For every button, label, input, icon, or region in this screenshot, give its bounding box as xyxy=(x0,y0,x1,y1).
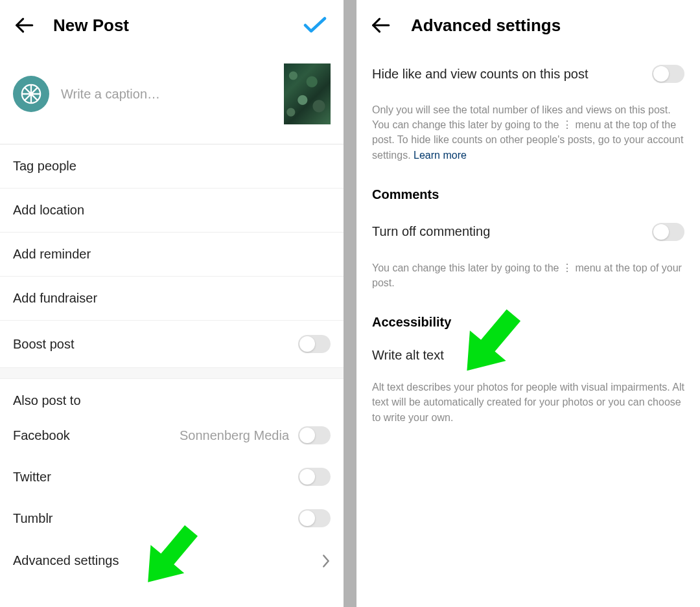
page-title: New Post xyxy=(53,16,285,36)
tag-people-row[interactable]: Tag people xyxy=(0,144,344,189)
caption-row: Write a caption… xyxy=(0,51,344,144)
write-alt-text-description: Alt text describes your photos for peopl… xyxy=(356,374,700,437)
facebook-label: Facebook xyxy=(13,428,70,443)
facebook-toggle[interactable] xyxy=(298,426,331,444)
new-post-screen: New Post Write a caption… Tag people Add… xyxy=(0,0,344,607)
facebook-account: Sonnenberg Media xyxy=(180,428,289,443)
tumblr-toggle[interactable] xyxy=(298,509,331,527)
comments-section-title: Comments xyxy=(356,174,700,209)
hide-counts-description: Only you will see the total number of li… xyxy=(356,97,700,174)
learn-more-link[interactable]: Learn more xyxy=(414,150,467,161)
boost-post-toggle[interactable] xyxy=(298,335,331,353)
add-location-label: Add location xyxy=(13,203,84,218)
add-reminder-label: Add reminder xyxy=(13,247,91,262)
boost-post-row[interactable]: Boost post xyxy=(0,321,344,367)
chevron-right-icon xyxy=(321,554,331,568)
header: Advanced settings xyxy=(356,0,700,51)
share-facebook-row: Facebook Sonnenberg Media xyxy=(0,415,344,456)
caption-input[interactable]: Write a caption… xyxy=(61,87,272,102)
tumblr-label: Tumblr xyxy=(13,511,52,526)
header: New Post xyxy=(0,0,344,51)
share-tumblr-row: Tumblr xyxy=(0,498,344,539)
also-post-to-label: Also post to xyxy=(0,379,344,415)
add-reminder-row[interactable]: Add reminder xyxy=(0,233,344,277)
turn-off-commenting-label: Turn off commenting xyxy=(372,224,490,239)
accessibility-section-title: Accessibility xyxy=(356,302,700,336)
page-title: Advanced settings xyxy=(411,16,561,36)
hide-counts-toggle[interactable] xyxy=(652,65,684,83)
hide-counts-label: Hide like and view counts on this post xyxy=(372,67,589,82)
advanced-settings-label: Advanced settings xyxy=(13,553,119,568)
turn-off-commenting-row: Turn off commenting xyxy=(356,209,700,255)
write-alt-text-label: Write alt text xyxy=(372,348,444,363)
post-thumbnail[interactable] xyxy=(284,63,331,124)
boost-post-label: Boost post xyxy=(13,337,75,352)
turn-off-commenting-toggle[interactable] xyxy=(652,223,684,241)
write-alt-text-row[interactable]: Write alt text xyxy=(356,336,700,374)
tag-people-label: Tag people xyxy=(13,159,76,174)
advanced-settings-screen: Advanced settings Hide like and view cou… xyxy=(356,0,700,607)
back-arrow-icon[interactable] xyxy=(13,14,35,36)
twitter-toggle[interactable] xyxy=(298,468,331,486)
turn-off-commenting-description: You can change this later by going to th… xyxy=(356,255,700,302)
confirm-check-icon[interactable] xyxy=(303,16,327,34)
add-location-row[interactable]: Add location xyxy=(0,189,344,233)
add-fundraiser-row[interactable]: Add fundraiser xyxy=(0,277,344,321)
back-arrow-icon[interactable] xyxy=(369,14,391,36)
hide-counts-row: Hide like and view counts on this post xyxy=(356,51,700,97)
add-fundraiser-label: Add fundraiser xyxy=(13,291,97,306)
share-twitter-row: Twitter xyxy=(0,456,344,498)
section-divider xyxy=(0,367,344,379)
avatar-leaf-icon xyxy=(20,83,42,105)
advanced-settings-row[interactable]: Advanced settings xyxy=(0,539,344,582)
avatar[interactable] xyxy=(13,76,49,112)
twitter-label: Twitter xyxy=(13,470,51,485)
